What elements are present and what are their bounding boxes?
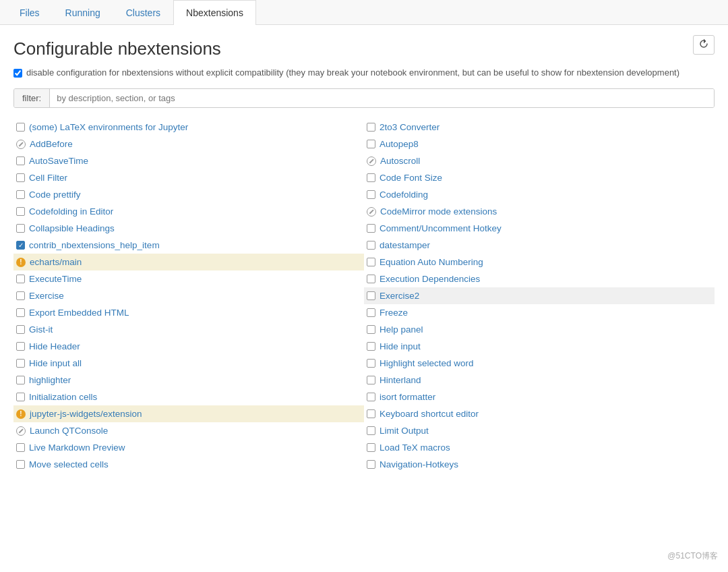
list-item: AutoSaveTime [13,152,364,169]
extension-link[interactable]: Launch QTConsole [30,426,108,436]
extension-link[interactable]: Move selected cells [29,459,109,469]
checkbox-icon [367,443,375,452]
tab-running[interactable]: Running [53,0,113,25]
list-item: highlighter [13,372,364,389]
list-item: Help panel [364,321,715,338]
page-title: Configurable nbextensions [13,38,715,59]
checkbox-icon [16,123,25,132]
extension-link[interactable]: Equation Auto Numbering [380,257,483,267]
extension-link[interactable]: Freeze [380,308,408,318]
list-item: CodeMirror mode extensions [364,203,715,220]
extension-link[interactable]: Collapsible Headings [29,223,115,233]
checkbox-icon [367,376,375,384]
checkbox-icon [16,325,25,334]
extension-link[interactable]: Codefolding [380,190,428,200]
extension-link[interactable]: Help panel [380,324,423,335]
extension-link[interactable]: Hide input [380,341,421,351]
list-item: Code Font Size [364,169,715,186]
extension-link[interactable]: highlighter [29,375,71,385]
checkbox-icon [16,291,25,300]
filter-bar: filter: [13,88,715,108]
extension-link[interactable]: Hide Header [29,341,80,351]
list-item: Codefolding [364,186,715,203]
banned-icon [367,207,376,217]
extension-link[interactable]: isort formatter [380,392,435,402]
checkbox-icon [367,224,375,233]
tab-nbextensions[interactable]: Nbextensions [173,0,256,25]
extension-link[interactable]: CodeMirror mode extensions [380,206,497,217]
checkbox-icon [367,190,375,199]
list-item: Hinterland [364,372,715,389]
extension-link[interactable]: Export Embedded HTML [29,308,129,318]
extension-link[interactable]: Exercise2 [380,291,419,301]
extension-link[interactable]: Hinterland [380,375,421,385]
extension-link[interactable]: jupyter-js-widgets/extension [30,409,142,419]
list-item: Initialization cells [13,389,364,405]
checkbox-icon [367,140,375,148]
list-item: Hide Header [13,338,364,355]
list-item: Collapsible Headings [13,220,364,237]
checkbox-icon [16,393,25,401]
extension-link[interactable]: Initialization cells [29,392,97,402]
list-item: AddBefore [13,136,364,152]
list-item: Cell Filter [13,169,364,186]
extension-link[interactable]: Highlight selected word [380,358,474,368]
list-item: !echarts/main [13,254,364,270]
checkbox-icon [367,275,375,283]
list-item: Move selected cells [13,456,364,473]
extension-link[interactable]: Code Font Size [380,173,442,183]
extension-link[interactable]: Live Markdown Preview [29,442,125,453]
list-item: Codefolding in Editor [13,203,364,220]
extension-link[interactable]: Execution Dependencies [380,274,480,284]
list-item: Export Embedded HTML [13,304,364,321]
checkbox-icon [367,325,375,334]
extension-link[interactable]: Comment/Uncomment Hotkey [380,223,502,233]
extension-link[interactable]: echarts/main [30,257,82,267]
extension-link[interactable]: contrib_nbextensions_help_item [29,240,160,250]
list-item: Hide input [364,338,715,355]
extension-link[interactable]: Codefolding in Editor [29,206,113,217]
checkbox-icon [16,308,25,317]
extension-link[interactable]: Hide input all [29,358,82,368]
extension-link[interactable]: Exercise [29,291,64,301]
checkbox-icon [367,393,375,401]
config-checkbox[interactable] [13,69,22,78]
checkbox-icon [16,173,25,182]
checkbox-icon [367,359,375,368]
list-item: (some) LaTeX environments for Jupyter [13,119,364,136]
extension-link[interactable]: AutoSaveTime [29,156,88,166]
checkbox-icon [16,376,25,384]
checkbox-icon [16,460,25,469]
extension-link[interactable]: Autopep8 [380,139,419,149]
extension-link[interactable]: Cell Filter [29,173,67,183]
extension-link[interactable]: 2to3 Converter [380,122,439,132]
checkbox-icon [367,308,375,317]
list-item: Code prettify [13,186,364,203]
extension-link[interactable]: datestamper [380,240,430,250]
extension-link[interactable]: Code prettify [29,190,81,200]
list-item: ✓contrib_nbextensions_help_item [13,237,364,254]
tab-clusters[interactable]: Clusters [113,0,173,25]
checkbox-icon [16,443,25,452]
checked-icon: ✓ [16,241,25,250]
main-content: Configurable nbextensions disable config… [0,25,728,486]
checkbox-icon [16,224,25,233]
extension-link[interactable]: Autoscroll [380,156,420,166]
list-item: Comment/Uncomment Hotkey [364,220,715,237]
checkbox-icon [367,342,375,351]
extension-link[interactable]: Limit Output [380,426,429,436]
filter-input[interactable] [50,89,714,107]
list-item: ExecuteTime [13,270,364,287]
list-item: Load TeX macros [364,439,715,456]
extension-link[interactable]: (some) LaTeX environments for Jupyter [29,122,188,132]
extension-link[interactable]: Keyboard shortcut editor [380,409,479,419]
extension-link[interactable]: Load TeX macros [380,442,450,453]
refresh-button[interactable] [693,35,715,55]
extension-link[interactable]: Gist-it [29,324,53,335]
extensions-grid: (some) LaTeX environments for Jupyter2to… [13,119,715,473]
extension-link[interactable]: ExecuteTime [29,274,82,284]
tab-files[interactable]: Files [7,0,53,25]
extension-link[interactable]: AddBefore [30,139,73,149]
extension-link[interactable]: Navigation-Hotkeys [380,459,458,469]
list-item: 2to3 Converter [364,119,715,136]
